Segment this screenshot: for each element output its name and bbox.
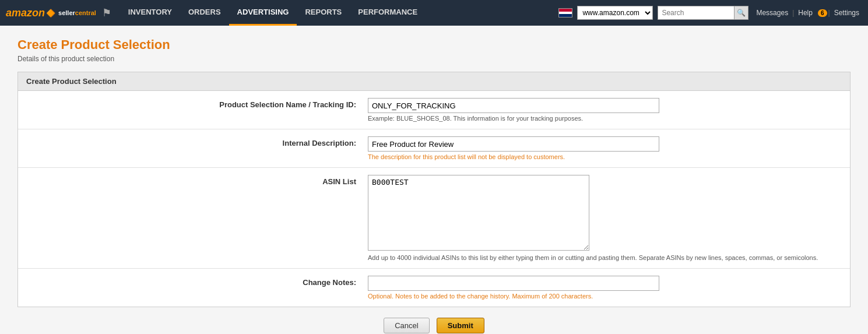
nav-performance[interactable]: PERFORMANCE (350, 0, 426, 26)
main-nav: INVENTORY ORDERS ADVERTISING REPORTS PER… (120, 0, 559, 26)
asin-list-hint: Add up to 4000 individual ASINs to this … (368, 254, 838, 261)
nav-advertising[interactable]: ADVERTISING (229, 0, 297, 26)
tracking-id-label: Product Selection Name / Tracking ID: (18, 98, 368, 109)
change-notes-input[interactable] (368, 276, 659, 291)
change-notes-field: Optional. Notes to be added to the chang… (368, 276, 850, 300)
nav-pin-icon: ⚑ (102, 6, 111, 19)
nav-orders[interactable]: ORDERS (180, 0, 229, 26)
amazon-logo[interactable]: amazon 🔶 sellercentral (6, 7, 96, 19)
internal-desc-hint: The description for this product list wi… (368, 153, 838, 160)
form-panel-header: Create Product Selection (18, 72, 850, 91)
submit-button[interactable]: Submit (437, 318, 484, 333)
asin-list-textarea[interactable]: B000TEST (368, 175, 589, 251)
internal-desc-field: The description for this product list wi… (368, 136, 850, 160)
domain-selector[interactable]: www.amazon.com (577, 6, 653, 20)
nav-right: www.amazon.com 🔍 Messages | Help 6 | Set… (558, 6, 862, 20)
search-box-wrap: 🔍 (658, 6, 748, 20)
asin-list-row: ASIN List B000TEST Add up to 4000 indivi… (18, 168, 850, 269)
internal-desc-input[interactable] (368, 136, 659, 152)
navbar: amazon 🔶 sellercentral ⚑ INVENTORY ORDER… (0, 0, 868, 26)
change-notes-hint: Optional. Notes to be added to the chang… (368, 293, 838, 300)
help-link[interactable]: Help (795, 9, 816, 17)
tracking-id-input[interactable] (368, 98, 659, 113)
nav-text-links: Messages | Help 6 | Settings (753, 9, 862, 17)
cancel-button[interactable]: Cancel (384, 318, 429, 333)
flag-container (558, 8, 572, 17)
logo-area: amazon 🔶 sellercentral (6, 7, 96, 19)
tracking-id-row: Product Selection Name / Tracking ID: Ex… (18, 91, 850, 129)
change-notes-label: Change Notes: (18, 276, 368, 287)
settings-link[interactable]: Settings (831, 9, 862, 17)
messages-link[interactable]: Messages (753, 9, 791, 17)
asin-list-field: B000TEST Add up to 4000 individual ASINs… (368, 175, 850, 261)
form-panel: Create Product Selection Product Selecti… (17, 72, 851, 307)
asin-list-label: ASIN List (18, 175, 368, 186)
nav-inventory[interactable]: INVENTORY (120, 0, 180, 26)
search-input[interactable] (658, 6, 734, 19)
tracking-id-hint: Example: BLUE_SHOES_08. This information… (368, 115, 838, 122)
search-button[interactable]: 🔍 (734, 6, 748, 19)
change-notes-row: Change Notes: Optional. Notes to be adde… (18, 269, 850, 307)
page-subtitle: Details of this product selection (17, 55, 851, 63)
tracking-id-field: Example: BLUE_SHOES_08. This information… (368, 98, 850, 122)
us-flag-icon (558, 8, 572, 17)
nav-reports[interactable]: REPORTS (297, 0, 350, 26)
page-content: Create Product Selection Details of this… (0, 26, 868, 334)
button-row: Cancel Submit (17, 307, 851, 334)
internal-desc-row: Internal Description: The description fo… (18, 129, 850, 168)
internal-desc-label: Internal Description: (18, 136, 368, 147)
help-badge: 6 (818, 9, 827, 17)
page-title: Create Product Selection (17, 37, 851, 52)
